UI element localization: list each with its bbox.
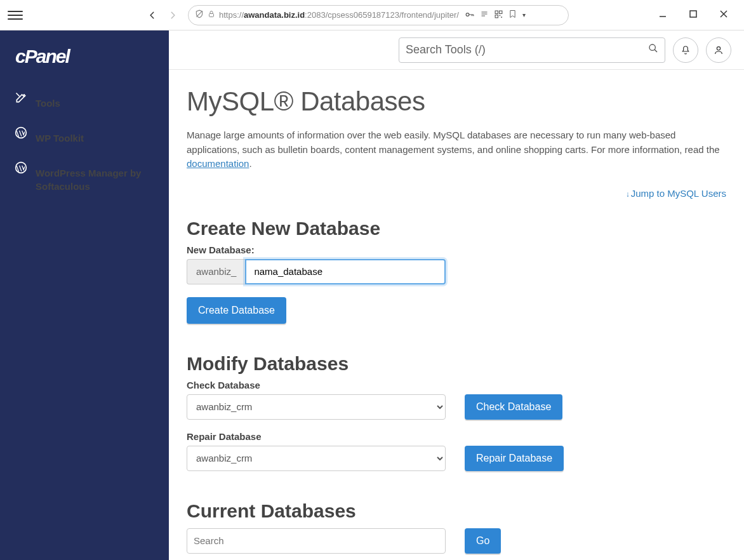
check-db-button[interactable]: Check Database (465, 394, 562, 420)
url-text: https://awandata.biz.id:2083/cpsess06591… (219, 10, 459, 20)
documentation-link[interactable]: documentation (187, 158, 249, 169)
chevron-right-icon (168, 11, 177, 20)
sidebar-item-label: WordPress Manager by Softaculous (36, 166, 155, 193)
svg-rect-1 (209, 14, 214, 17)
sidebar: cPanel Tools WP Toolkit WordPress Manage… (0, 30, 169, 560)
new-db-label: New Database: (187, 244, 726, 255)
wordpress-icon (14, 161, 28, 177)
svg-point-2 (466, 13, 469, 17)
modify-db-heading: Modify Databases (187, 353, 726, 375)
sidebar-item-wpmanager[interactable]: WordPress Manager by Softaculous (0, 155, 169, 203)
repair-db-button[interactable]: Repair Database (465, 446, 564, 471)
menu-icon[interactable] (8, 8, 23, 23)
wordpress-icon (14, 126, 28, 142)
new-db-input[interactable] (245, 259, 446, 284)
reader-icon[interactable] (481, 10, 488, 20)
minimize-button[interactable] (658, 10, 668, 20)
sidebar-item-tools[interactable]: Tools (0, 85, 169, 120)
address-bar[interactable]: https://awandata.biz.id:2083/cpsess06591… (188, 5, 569, 25)
content: MySQL® Databases Manage large amounts of… (169, 70, 744, 560)
app: cPanel Tools WP Toolkit WordPress Manage… (0, 30, 744, 560)
key-icon[interactable] (465, 10, 474, 20)
current-db-go-button[interactable]: Go (465, 528, 501, 554)
cpanel-logo: cPanel (0, 43, 169, 85)
svg-line-18 (17, 93, 20, 97)
current-db-section: Current Databases Go (187, 500, 726, 554)
qr-icon[interactable] (495, 10, 503, 20)
chevron-left-icon (148, 11, 157, 20)
svg-rect-11 (495, 15, 498, 17)
bookmark-icon[interactable] (509, 10, 516, 20)
user-icon (714, 45, 724, 55)
page-title: MySQL® Databases (187, 86, 726, 117)
create-db-button[interactable]: Create Database (187, 297, 286, 324)
tools-icon (14, 91, 28, 107)
main-area: Search Tools (/) MySQL® Databases Manage… (169, 30, 744, 560)
svg-rect-15 (690, 11, 696, 17)
browser-chrome: https://awandata.biz.id:2083/cpsess06591… (0, 0, 744, 30)
modify-db-section: Modify Databases Check Database awanbiz_… (187, 353, 726, 471)
current-db-heading: Current Databases (187, 500, 726, 522)
arrow-down-icon: ↓ (626, 190, 630, 199)
svg-point-21 (649, 44, 655, 50)
lock-icon (208, 10, 215, 20)
check-db-label: Check Database (187, 380, 726, 390)
search-icon (648, 43, 658, 57)
jump-to-users[interactable]: ↓Jump to MySQL Users (187, 188, 726, 199)
sidebar-item-label: WP Toolkit (36, 131, 84, 145)
page-description: Manage large amounts of information over… (187, 128, 726, 171)
repair-db-select[interactable]: awanbiz_crm (187, 446, 446, 471)
svg-rect-13 (501, 17, 502, 18)
sidebar-item-wptoolkit[interactable]: WP Toolkit (0, 120, 169, 155)
svg-point-23 (717, 46, 720, 50)
svg-rect-9 (495, 11, 498, 13)
forward-button[interactable] (163, 5, 183, 25)
db-prefix: awanbiz_ (187, 259, 245, 284)
address-bar-icons: ▾ (465, 10, 526, 20)
chevron-down-icon[interactable]: ▾ (522, 11, 526, 18)
account-button[interactable] (706, 37, 731, 63)
maximize-button[interactable] (688, 10, 698, 20)
svg-rect-12 (500, 15, 501, 16)
notifications-button[interactable] (673, 37, 698, 63)
svg-line-22 (654, 50, 657, 52)
check-db-select[interactable]: awanbiz_crm (187, 394, 446, 420)
create-db-section: Create New Database New Database: awanbi… (187, 218, 726, 324)
current-db-search[interactable] (187, 528, 446, 554)
svg-rect-10 (500, 11, 502, 13)
close-button[interactable] (719, 10, 729, 20)
back-button[interactable] (142, 5, 163, 25)
create-db-heading: Create New Database (187, 218, 726, 239)
repair-db-label: Repair Database (187, 431, 726, 442)
bell-icon (681, 45, 691, 55)
topbar: Search Tools (/) (169, 30, 744, 70)
window-controls (658, 10, 736, 20)
search-placeholder: Search Tools (/) (406, 43, 486, 57)
nav-arrows (142, 5, 183, 25)
search-tools-input[interactable]: Search Tools (/) (399, 37, 665, 63)
sidebar-item-label: Tools (36, 97, 60, 110)
new-db-input-row: awanbiz_ (187, 259, 726, 284)
shield-icon (195, 10, 204, 20)
